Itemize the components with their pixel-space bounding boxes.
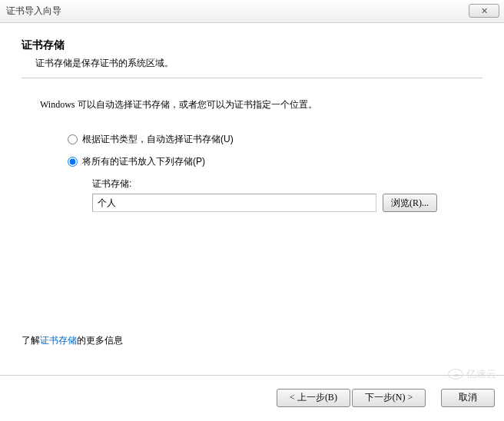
radio-auto-label: 根据证书类型，自动选择证书存储(U) (82, 133, 234, 146)
learn-suffix: 的更多信息 (77, 335, 123, 346)
radio-manual-label: 将所有的证书放入下列存储(P) (82, 155, 205, 168)
page-subheading: 证书存储是保存证书的系统区域。 (35, 57, 482, 70)
radio-group: 根据证书类型，自动选择证书存储(U) 将所有的证书放入下列存储(P) 证书存储:… (68, 133, 482, 212)
store-input[interactable] (92, 194, 376, 212)
cancel-button[interactable]: 取消 (441, 389, 495, 407)
close-button[interactable]: ✕ (469, 4, 499, 18)
window-title: 证书导入向导 (6, 5, 61, 18)
radio-auto-input[interactable] (68, 134, 78, 144)
learn-prefix: 了解 (22, 335, 40, 346)
close-icon: ✕ (481, 6, 488, 16)
instruction-text: Windows 可以自动选择证书存储，或者您可以为证书指定一个位置。 (40, 98, 482, 111)
store-input-row: 浏览(R)... (92, 194, 482, 212)
radio-manual-input[interactable] (68, 157, 78, 167)
content-area: 证书存储 证书存储是保存证书的系统区域。 Windows 可以自动选择证书存储，… (0, 23, 504, 375)
radio-auto-select[interactable]: 根据证书类型，自动选择证书存储(U) (68, 133, 482, 146)
learn-link[interactable]: 证书存储 (40, 335, 77, 346)
next-button[interactable]: 下一步(N) > (352, 389, 426, 407)
page-heading: 证书存储 (22, 38, 482, 52)
back-button[interactable]: < 上一步(B) (277, 389, 350, 407)
title-bar: 证书导入向导 ✕ (0, 0, 504, 23)
store-label: 证书存储: (92, 177, 482, 191)
radio-place-all[interactable]: 将所有的证书放入下列存储(P) (68, 155, 482, 168)
footer: < 上一步(B) 下一步(N) > 取消 (0, 375, 504, 419)
separator (22, 78, 482, 78)
learn-more: 了解证书存储的更多信息 (22, 334, 123, 347)
browse-button[interactable]: 浏览(R)... (383, 194, 437, 212)
